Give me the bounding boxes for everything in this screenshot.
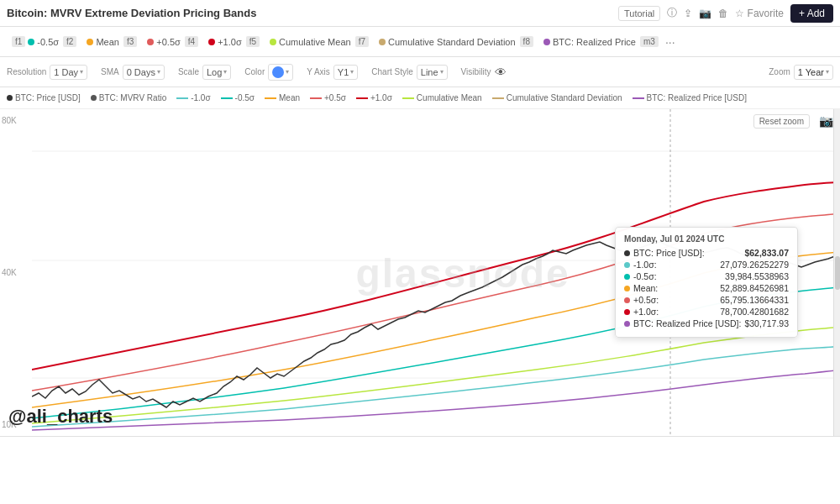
legend-dot-pos1sigma [208,39,215,45]
cl-line-mean [265,97,276,99]
legend-label-pos05sigma: +0.5σ [156,37,181,47]
zoom-select[interactable]: 1 Year ▾ [794,65,833,80]
camera-icon[interactable]: 📷 [699,8,711,19]
cl-line-realized [633,97,644,99]
legend-key-m3: m3 [640,36,659,47]
legend-key-f5: f5 [246,36,260,47]
legend-dot-pos05sigma [147,39,154,45]
legend-label-cum-std: Cumulative Standard Deviation [388,37,516,47]
more-button[interactable]: ··· [665,35,675,49]
tooltip-row-5: +1.0σ: 78,700.42801682 [624,307,789,317]
chart-area[interactable]: 80K 40K 10K glassnode Reset zoom 📷 [0,109,840,437]
sma-label: SMA [101,67,119,76]
chart-style-control: Chart Style Line ▾ [371,65,447,80]
scale-control: Scale Log ▾ [178,65,231,80]
y-axis: 80K 40K 10K [2,109,32,436]
chart-style-label: Chart Style [371,67,412,76]
cl-line-neg1 [176,97,188,99]
legend-key-f3: f3 [123,36,137,47]
visibility-eye-icon[interactable]: 👁 [495,66,507,79]
color-select[interactable]: ▾ [268,64,293,81]
add-button[interactable]: + Add [790,4,833,23]
tooltip-label-1: -1.0σ: [633,260,657,270]
chart-style-select[interactable]: Line ▾ [417,65,448,80]
legend-label-mean: Mean [96,37,119,47]
legend-item-mean[interactable]: Mean f3 [83,35,140,48]
legend-item-pos1sigma[interactable]: +1.0σ f5 [205,35,263,48]
legend-item-cum-mean[interactable]: Cumulative Mean f7 [266,35,372,48]
header: Bitcoin: MVRV Extreme Deviation Pricing … [0,0,840,27]
cl-label-realized: BTC: Realized Price [USD] [647,93,747,102]
resolution-chevron: ▾ [80,68,83,76]
cl-dot-mvrv [91,95,97,101]
zoom-chevron: ▾ [826,68,829,76]
tooltip-row-2: -0.5σ: 39,984.5538963 [624,271,789,281]
tooltip-dot-6 [624,321,630,327]
legend-dot-realized [543,39,550,45]
chart-style-chevron: ▾ [440,68,444,76]
legend-item-neg05sigma[interactable]: f1 -0.5σ f2 [7,35,80,48]
chart-legend-strip: BTC: Price [USD] BTC: MVRV Ratio -1.0σ -… [0,87,840,109]
color-label: Color [244,67,265,76]
scale-value: Log [207,67,222,77]
tooltip-dot-1 [624,262,630,268]
cl-label-btc-price: BTC: Price [USD] [15,93,81,102]
trash-icon[interactable]: 🗑 [718,8,728,19]
cl-label-neg05: -0.5σ [235,93,255,102]
cl-label-cum-mean: Cumulative Mean [417,93,482,102]
cl-cum-std: Cumulative Standard Deviation [492,93,622,102]
tooltip-row-6: BTC: Realized Price [USD]: $30,717.93 [624,318,789,328]
cl-line-pos1 [356,97,368,99]
legend-key-f2: f2 [63,36,76,47]
cl-label-mean: Mean [279,93,300,102]
legend-dot-mean [87,39,93,45]
tooltip-dot-3 [624,286,630,291]
legend-dot-cum-std [379,39,386,45]
color-chevron: ▾ [286,68,289,76]
legend-item-pos05sigma[interactable]: +0.5σ f4 [144,35,202,48]
cl-dot-btc-price [7,95,13,101]
tooltip-row-3: Mean: 52,889.84526981 [624,283,789,293]
tooltip-row-0: BTC: Price [USD]: $62,833.07 [624,248,789,258]
cl-mean: Mean [265,93,300,102]
cl-cum-mean: Cumulative Mean [402,93,482,102]
y-label-40k: 40K [2,268,32,277]
yaxis-control: Y Axis Y1 ▾ [307,65,358,80]
legend-key-f8: f8 [520,36,533,47]
tooltip-label-0: BTC: Price [USD]: [633,248,705,258]
legend-dot-cum-mean [270,39,276,45]
legend-item-cum-std[interactable]: Cumulative Standard Deviation f8 [375,35,537,48]
cl-line-cum-std [492,97,504,99]
neg1sigma-line [32,346,840,427]
tooltip-value-1: 27,079.26252279 [720,260,789,270]
sma-select[interactable]: 0 Days ▾ [123,65,165,80]
tooltip: Monday, Jul 01 2024 UTC BTC: Price [USD]… [615,227,798,338]
sma-chevron: ▾ [157,68,160,76]
yaxis-select[interactable]: Y1 ▾ [333,65,358,80]
tooltip-value-5: 78,700.42801682 [720,307,789,317]
color-control: Color ▾ [244,64,293,81]
tooltip-row-4: +0.5σ: 65,795.13664331 [624,295,789,305]
y-label-80k: 80K [2,116,32,125]
tooltip-label-5: +1.0σ: [633,307,659,317]
legend-key-f7: f7 [355,36,369,47]
resolution-select[interactable]: 1 Day ▾ [50,65,87,80]
legend-item-realized[interactable]: BTC: Realized Price m3 [540,35,662,48]
tooltip-value-3: 52,889.84526981 [720,283,789,293]
resolution-label: Resolution [7,67,46,76]
sma-value: 0 Days [127,67,155,77]
tutorial-button[interactable]: Tutorial [618,6,660,21]
tooltip-value-2: 39,984.5538963 [725,271,789,281]
yaxis-value: Y1 [338,67,349,77]
favorite-icon[interactable]: ☆ Favorite [735,8,784,19]
scale-select[interactable]: Log ▾ [202,65,231,80]
info-icon[interactable]: ⓘ [667,6,677,20]
page-title: Bitcoin: MVRV Extreme Deviation Pricing … [7,7,618,19]
tooltip-row-1: -1.0σ: 27,079.26252279 [624,260,789,270]
scrollbar-thumb[interactable] [835,256,840,290]
scrollbar[interactable] [833,109,840,436]
share-icon[interactable]: ⇪ [684,8,692,19]
screenshot-icon[interactable]: 📷 [819,114,833,128]
reset-zoom-button[interactable]: Reset zoom [753,114,810,129]
tooltip-date: Monday, Jul 01 2024 UTC [624,234,789,244]
